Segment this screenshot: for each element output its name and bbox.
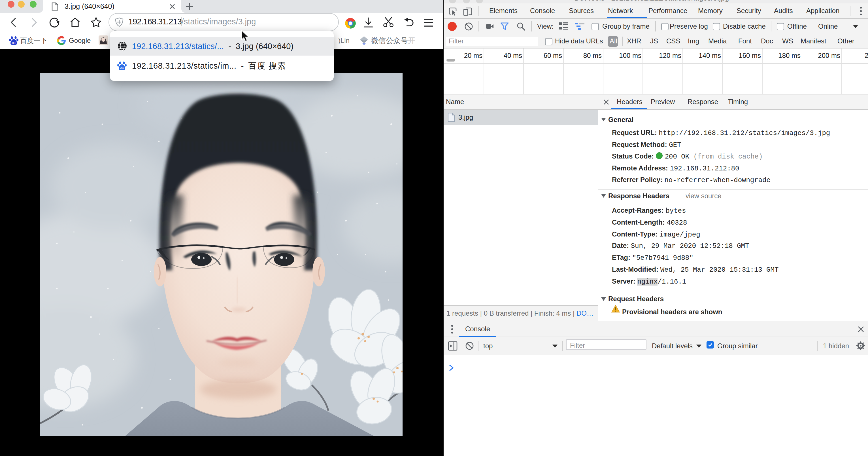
svg-text:du: du (120, 66, 124, 70)
svg-text:du: du (12, 41, 15, 45)
